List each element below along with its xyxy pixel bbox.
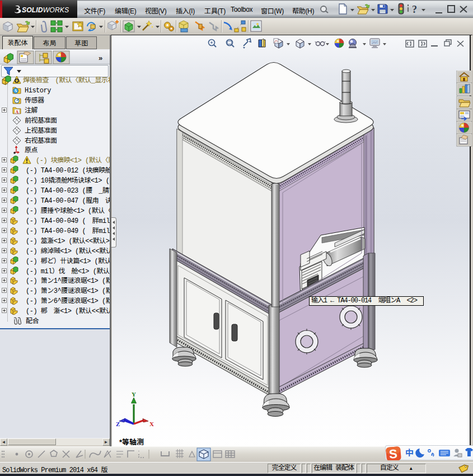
svg-text:S: S	[388, 446, 398, 460]
svg-text:?: ?	[412, 4, 417, 15]
svg-text:Y: Y	[132, 392, 136, 398]
svg-text:Z: Z	[116, 421, 120, 427]
svg-text:X: X	[149, 421, 154, 427]
svg-text:»: »	[99, 54, 102, 62]
svg-text:中: 中	[405, 446, 414, 458]
svg-text:SOLIDWORKS: SOLIDWORKS	[22, 6, 69, 14]
